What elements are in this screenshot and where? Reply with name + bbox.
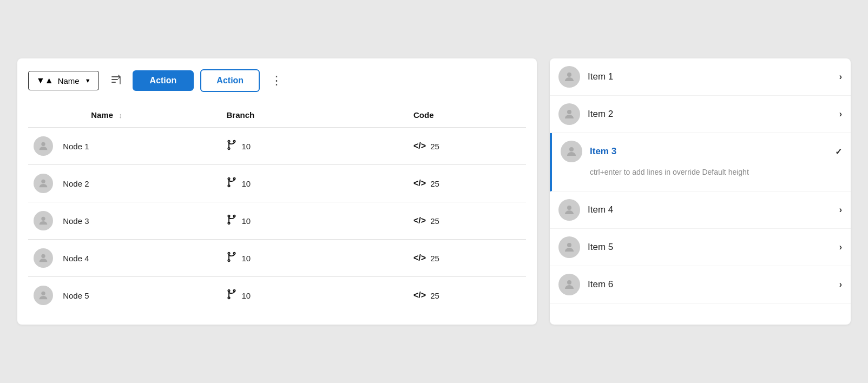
table-row[interactable]: Node 3 10 </> 25 bbox=[28, 202, 526, 240]
svg-point-9 bbox=[41, 180, 45, 183]
table-row[interactable]: Node 1 10 </> 25 bbox=[28, 128, 526, 165]
action-outline-button[interactable]: Action bbox=[200, 69, 260, 92]
col-header-name[interactable]: Name ↕ bbox=[58, 105, 222, 128]
list-item-header: Item 3 ✓ bbox=[561, 141, 842, 162]
row-name-cell: Node 3 bbox=[58, 202, 222, 240]
avatar bbox=[34, 136, 53, 156]
table-row[interactable]: Node 4 10 </> 25 bbox=[28, 240, 526, 277]
row-branch-cell: 10 bbox=[222, 202, 409, 240]
list-item[interactable]: Item 4 › bbox=[550, 192, 851, 229]
code-value: 25 bbox=[430, 142, 439, 151]
list-item-label: Item 2 bbox=[588, 109, 839, 120]
row-avatar-cell bbox=[28, 277, 58, 314]
table-row[interactable]: Node 2 10 </> 25 bbox=[28, 165, 526, 202]
branch-value: 10 bbox=[241, 179, 251, 188]
list-item-label: Item 1 bbox=[588, 71, 839, 82]
svg-point-34 bbox=[567, 280, 571, 285]
code-value: 25 bbox=[430, 254, 439, 263]
avatar bbox=[558, 103, 580, 125]
left-panel: ▼▲ Name ▼ Action Action ⋮ bbox=[17, 58, 537, 325]
row-code-cell: </> 25 bbox=[409, 240, 526, 277]
filter-button[interactable]: ▼▲ Name ▼ bbox=[28, 71, 99, 90]
list-item-label: Item 4 bbox=[588, 204, 839, 215]
chevron-right-icon: › bbox=[839, 72, 842, 82]
row-code-cell: </> 25 bbox=[409, 165, 526, 202]
svg-point-19 bbox=[41, 254, 45, 258]
branch-value: 10 bbox=[241, 254, 251, 263]
list-item[interactable]: Item 5 › bbox=[550, 229, 851, 266]
svg-point-24 bbox=[41, 292, 45, 295]
list-item-expanded-content: ctrl+enter to add lines in override Defa… bbox=[561, 162, 842, 183]
list-item[interactable]: Item 1 › bbox=[550, 58, 851, 96]
toolbar: ▼▲ Name ▼ Action Action ⋮ bbox=[28, 69, 526, 92]
sort-arrow-icon: ↕ bbox=[119, 111, 122, 120]
row-name-cell: Node 5 bbox=[58, 277, 222, 314]
avatar bbox=[561, 141, 582, 162]
list-item[interactable]: Item 3 ✓ ctrl+enter to add lines in over… bbox=[550, 133, 851, 192]
code-value: 25 bbox=[430, 291, 439, 300]
row-avatar-cell bbox=[28, 128, 58, 165]
table-row[interactable]: Node 5 10 </> 25 bbox=[28, 277, 526, 314]
avatar bbox=[558, 236, 580, 258]
code-value: 25 bbox=[430, 216, 439, 226]
more-options-button[interactable]: ⋮ bbox=[266, 71, 287, 90]
list-item[interactable]: Item 6 › bbox=[550, 266, 851, 303]
list-item[interactable]: Item 2 › bbox=[550, 96, 851, 133]
chevron-right-icon: › bbox=[839, 205, 842, 215]
branch-icon bbox=[226, 214, 237, 228]
right-panel: Item 1 › Item 2 › Item 3 ✓ ctrl+enter to… bbox=[550, 58, 851, 325]
svg-point-32 bbox=[567, 206, 571, 210]
chevron-down-icon: ▼ bbox=[85, 77, 91, 84]
branch-icon bbox=[226, 177, 237, 190]
svg-point-31 bbox=[569, 147, 574, 151]
branch-icon bbox=[226, 289, 237, 302]
avatar bbox=[34, 211, 53, 230]
row-name-cell: Node 1 bbox=[58, 128, 222, 165]
svg-point-33 bbox=[567, 243, 571, 247]
chevron-right-icon: › bbox=[839, 109, 842, 119]
table-body: Node 1 10 </> 25 bbox=[28, 128, 526, 314]
row-avatar-cell bbox=[28, 240, 58, 277]
code-icon: </> bbox=[413, 179, 426, 188]
svg-point-29 bbox=[567, 72, 571, 77]
row-branch-cell: 10 bbox=[222, 128, 409, 165]
row-code-cell: </> 25 bbox=[409, 128, 526, 165]
row-name-cell: Node 2 bbox=[58, 165, 222, 202]
sort-button[interactable] bbox=[106, 71, 126, 90]
code-icon: </> bbox=[413, 253, 426, 263]
filter-label: Name bbox=[58, 76, 80, 85]
branch-icon bbox=[226, 140, 237, 153]
row-branch-cell: 10 bbox=[222, 240, 409, 277]
chevron-down-icon: ✓ bbox=[835, 147, 842, 157]
code-icon: </> bbox=[413, 290, 426, 300]
svg-point-30 bbox=[567, 110, 571, 114]
avatar bbox=[558, 66, 580, 88]
col-header-code[interactable]: Code bbox=[409, 105, 526, 128]
row-branch-cell: 10 bbox=[222, 165, 409, 202]
branch-icon bbox=[226, 252, 237, 265]
row-branch-cell: 10 bbox=[222, 277, 409, 314]
list-item-label: Item 6 bbox=[588, 279, 839, 290]
avatar bbox=[558, 199, 580, 221]
svg-point-14 bbox=[41, 217, 45, 221]
row-avatar-cell bbox=[28, 165, 58, 202]
row-name-cell: Node 4 bbox=[58, 240, 222, 277]
row-code-cell: </> 25 bbox=[409, 277, 526, 314]
branch-value: 10 bbox=[241, 142, 251, 151]
col-header-branch[interactable]: Branch bbox=[222, 105, 409, 128]
avatar bbox=[34, 174, 53, 193]
list-container: Item 1 › Item 2 › Item 3 ✓ ctrl+enter to… bbox=[550, 58, 851, 303]
list-item-label: Item 5 bbox=[588, 242, 839, 253]
action-primary-button[interactable]: Action bbox=[133, 70, 194, 91]
col-header-avatar bbox=[28, 105, 58, 128]
data-table: Name ↕ Branch Code Node 1 bbox=[28, 105, 526, 314]
table-header-row: Name ↕ Branch Code bbox=[28, 105, 526, 128]
chevron-right-icon: › bbox=[839, 280, 842, 289]
list-item-label: Item 3 bbox=[590, 146, 835, 157]
avatar bbox=[34, 286, 53, 305]
code-icon: </> bbox=[413, 141, 426, 151]
branch-value: 10 bbox=[241, 216, 251, 226]
avatar bbox=[558, 274, 580, 295]
row-avatar-cell bbox=[28, 202, 58, 240]
avatar bbox=[34, 248, 53, 268]
